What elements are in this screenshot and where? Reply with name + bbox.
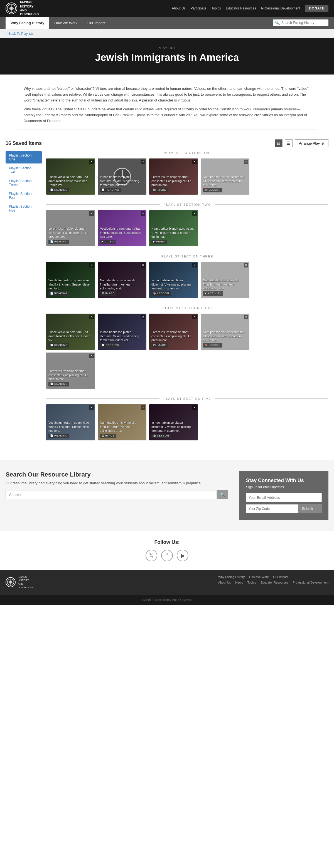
nav-about-us[interactable]: About Us <box>172 6 185 10</box>
card-overlay: In hac habitasse platea dictumst. Vivamu… <box>149 418 198 440</box>
list-view-button[interactable]: ☰ <box>285 139 293 147</box>
nav-professional-development[interactable]: Professional Development <box>261 6 300 10</box>
section-two-label: PLAYLIST SECTION TWO <box>160 203 215 206</box>
youtube-icon[interactable]: ▶ <box>177 550 189 561</box>
footer-search-input[interactable] <box>5 490 217 499</box>
zip-input[interactable] <box>246 504 298 513</box>
card-text: Lorem ipsum dolor sit amet, consectetur … <box>151 175 196 187</box>
card-remove-btn[interactable]: ✕ <box>244 263 248 268</box>
card-s4-3[interactable]: ✕ Lorem ipsum dolor sit amet, consectetu… <box>149 314 198 350</box>
donate-button[interactable]: DONATE <box>305 5 329 12</box>
card-remove-btn[interactable]: ✕ <box>192 263 197 268</box>
card-s4-5[interactable]: ✕ Lorem ipsum dolor sit amet, consectetu… <box>46 352 95 389</box>
playlist-label: PLAYLIST <box>5 46 329 50</box>
card-remove-btn[interactable]: ✕ <box>192 211 197 216</box>
card-text: In hac habitasse platea dictumst. Vivamu… <box>100 330 144 342</box>
card-remove-btn[interactable]: ✕ <box>141 405 145 410</box>
card-overlay: Vestibulum rutrum quam vitae fringilla t… <box>98 224 146 246</box>
subnav-our-impact[interactable]: Our Impact <box>82 17 110 29</box>
bottom-nav-how-we-work[interactable]: How We Work <box>249 575 269 579</box>
card-type-badge: 📄READING <box>49 382 69 386</box>
sidebar-item-section-four[interactable]: Playlist Section Four <box>5 190 42 202</box>
back-to-playlists-link[interactable]: < Back To Playlists <box>5 32 33 36</box>
card-text: Nam dapibus nisl vitae elit fringilla ru… <box>100 421 144 433</box>
card-type-badge: 📚LESSON <box>151 291 171 296</box>
card-remove-btn[interactable]: ✕ <box>89 211 94 216</box>
top-navigation: FACINGHISTORYANDOURSELVES About Us Parti… <box>0 0 334 17</box>
nav-educator-resources[interactable]: Educator Resources <box>226 6 256 10</box>
card-s1-4[interactable]: ✕ Nam portitor blandit accumsan. Ut vel … <box>201 158 249 195</box>
card-remove-btn[interactable]: ✕ <box>89 405 94 410</box>
card-remove-btn[interactable]: ✕ <box>141 160 145 164</box>
card-remove-btn[interactable]: ✕ <box>89 160 94 164</box>
section-three-cards: ✕ Vestibulum rutrum quam vitae fringilla… <box>46 262 329 298</box>
footer-search-submit-button[interactable]: 🔍 <box>217 490 228 499</box>
card-s2-1[interactable]: ✕ Lorem ipsum dolor sit amet, consectetu… <box>46 210 95 246</box>
bottom-nav-topics[interactable]: Topics <box>247 581 256 584</box>
card-remove-btn[interactable]: ✕ <box>89 263 94 268</box>
logo-area: FACINGHISTORYANDOURSELVES <box>5 0 39 16</box>
grid-view-button[interactable]: ▦ <box>275 139 282 147</box>
card-remove-btn[interactable]: ✕ <box>192 160 197 164</box>
card-s3-4[interactable]: ✕ Nam dapibus nisl vitae elit fringilla … <box>201 262 249 298</box>
submit-email-button[interactable]: Submit → <box>298 504 322 513</box>
card-type-badge: 📄READING <box>49 240 69 244</box>
arrange-playlist-button[interactable]: Arrange Playlist <box>295 139 329 147</box>
card-s5-2[interactable]: ✕ Nam dapibus nisl vitae elit fringilla … <box>98 404 146 440</box>
bottom-nav-why-facing[interactable]: Why Facing History <box>218 575 245 579</box>
sidebar-item-section-five[interactable]: Playlist Section Five <box>5 203 42 215</box>
card-s1-2[interactable]: ✕ In hac habitasse platea dictumst. Viva… <box>98 158 146 195</box>
card-s1-1[interactable]: ✕ Fusce vehicula dolor arcu, sit amet bl… <box>46 158 95 195</box>
card-remove-btn[interactable]: ✕ <box>244 315 248 319</box>
card-type-badge: 📚LESSON <box>203 343 222 347</box>
card-remove-btn[interactable]: ✕ <box>141 315 145 319</box>
card-remove-btn[interactable]: ✕ <box>192 405 197 410</box>
subnav-why-facing-history[interactable]: Why Facing History <box>5 17 49 29</box>
card-remove-btn[interactable]: ✕ <box>89 315 94 319</box>
card-remove-btn[interactable]: ✕ <box>192 315 197 319</box>
facebook-icon[interactable]: f <box>161 550 173 561</box>
section-four-cards-row2: ✕ Lorem ipsum dolor sit amet, consectetu… <box>46 352 329 389</box>
card-remove-btn[interactable]: ✕ <box>141 211 145 216</box>
card-text: Nam dapibus nisl vitae elit fringilla ru… <box>203 278 247 290</box>
email-input[interactable] <box>246 493 322 502</box>
card-s5-3[interactable]: ✕ In hac habitasse platea dictumst. Viva… <box>149 404 198 440</box>
card-type-badge: 📚LESSON <box>151 434 171 438</box>
social-icons: 𝕏 f ▶ <box>5 550 329 561</box>
playlist-section-two: PLAYLIST SECTION TWO ✕ Lorem ipsum dolor… <box>46 203 329 246</box>
footer-search-left: Search Our Resource Library Our resource… <box>5 471 228 520</box>
bottom-nav-professional[interactable]: Professional Development <box>293 581 329 584</box>
sidebar-item-section-one[interactable]: Playlist Section One <box>5 151 42 163</box>
sidebar-item-section-three[interactable]: Playlist Section Three <box>5 177 42 189</box>
nav-participate[interactable]: Participate <box>191 6 206 10</box>
card-s1-3[interactable]: ✕ Lorem ipsum dolor sit amet, consectetu… <box>149 158 198 195</box>
section-four-cards: ✕ Fusce vehicula dolor arcu, sit amet bl… <box>46 314 329 350</box>
bottom-nav-news[interactable]: News <box>235 581 243 584</box>
card-remove-btn[interactable]: ✕ <box>141 263 145 268</box>
card-s3-1[interactable]: ✕ Vestibulum rutrum quam vitae fringilla… <box>46 262 95 298</box>
card-s3-2[interactable]: ✕ Nam dapibus nisl vitae elit fringilla … <box>98 262 146 298</box>
card-s4-1[interactable]: ✕ Fusce vehicula dolor arcu, sit amet bl… <box>46 314 95 350</box>
card-s4-2[interactable]: ✕ In hac habitasse platea dictumst. Viva… <box>98 314 146 350</box>
nav-topics[interactable]: Topics <box>211 6 221 10</box>
card-s2-2[interactable]: ✕ Vestibulum rutrum quam vitae fringilla… <box>98 210 146 246</box>
sub-navigation: Why Facing History How We Work Our Impac… <box>0 17 334 29</box>
section-three-divider: PLAYLIST SECTION THREE <box>46 255 329 258</box>
bottom-nav-about[interactable]: About Us <box>218 581 231 584</box>
subnav-how-we-work[interactable]: How We Work <box>49 17 82 29</box>
section-two-divider: PLAYLIST SECTION TWO <box>46 203 329 206</box>
card-remove-btn[interactable]: ✕ <box>244 160 248 164</box>
search-input[interactable] <box>281 21 326 25</box>
bottom-nav-our-impact[interactable]: Our Impact <box>273 575 288 579</box>
card-s3-3[interactable]: ✕ In hac habitasse platea dictumst. Viva… <box>149 262 198 298</box>
card-text: Lorem ipsum dolor sit amet, consectetur … <box>49 226 93 239</box>
twitter-icon[interactable]: 𝕏 <box>145 550 157 561</box>
card-s5-1[interactable]: ✕ Vestibulum rutrum quam vitae fringilla… <box>46 404 95 440</box>
card-s4-4[interactable]: ✕ Nam portitor blandit accumsan. Ut vel … <box>201 314 249 350</box>
search-icon: 🔍 <box>275 21 280 25</box>
card-remove-btn[interactable]: ✕ <box>89 354 94 358</box>
bottom-nav-row2: About Us News Topics Educator Resources … <box>218 581 329 584</box>
sidebar-item-section-two[interactable]: Playlist Section Two <box>5 164 42 176</box>
card-s2-3[interactable]: ✕ Nam portitor blandit accumsan. Ut vel … <box>149 210 198 246</box>
bottom-nav-educator[interactable]: Educator Resources <box>260 581 288 584</box>
